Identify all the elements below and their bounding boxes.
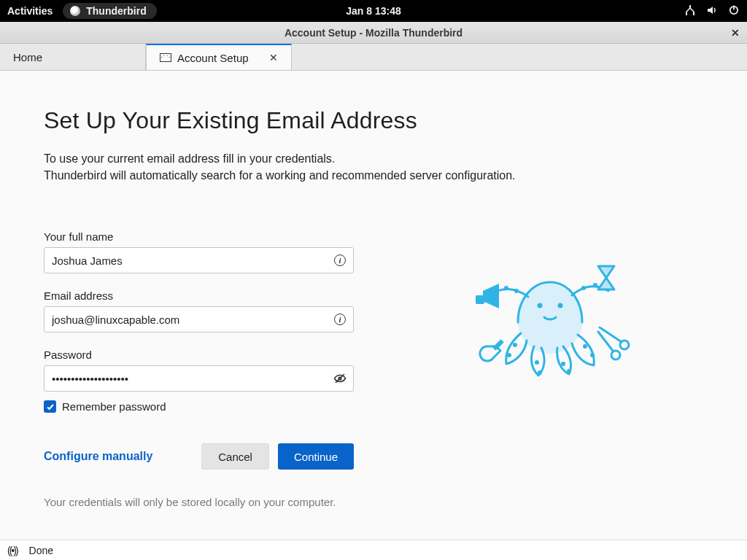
- app-name-label: Thunderbird: [86, 5, 146, 17]
- svg-point-22: [583, 344, 587, 349]
- svg-point-16: [513, 343, 517, 347]
- status-bar: ((•)) Done: [0, 540, 747, 560]
- svg-point-20: [561, 362, 565, 366]
- window-titlebar: Account Setup - Mozilla Thunderbird ✕: [0, 22, 747, 44]
- password-input[interactable]: [44, 365, 354, 392]
- tab-home-label: Home: [13, 51, 42, 63]
- window-title: Account Setup - Mozilla Thunderbird: [285, 27, 462, 39]
- remember-password-checkbox[interactable]: [44, 400, 56, 413]
- tab-home[interactable]: Home: [0, 44, 146, 70]
- svg-point-17: [507, 353, 511, 357]
- mail-icon: [160, 53, 171, 62]
- svg-point-9: [558, 303, 563, 308]
- svg-point-21: [567, 369, 571, 373]
- window-close-button[interactable]: ✕: [731, 27, 740, 39]
- privacy-footnote: Your credentials will only be stored loc…: [44, 496, 354, 508]
- svg-rect-4: [733, 5, 735, 9]
- clock[interactable]: Jan 8 13:48: [346, 5, 401, 17]
- sync-icon: ((•)): [7, 545, 18, 556]
- activities-button[interactable]: Activities: [7, 5, 53, 17]
- octopus-illustration: .o1{fill:#d9f0fb;} .o2{fill:none;stroke:…: [470, 253, 638, 384]
- svg-point-23: [590, 353, 595, 357]
- eye-hide-icon[interactable]: [333, 372, 347, 385]
- page-subtitle: To use your current email address fill i…: [44, 150, 703, 184]
- svg-rect-1: [686, 12, 687, 15]
- svg-point-12: [611, 351, 620, 359]
- svg-point-26: [581, 286, 586, 290]
- page-title: Set Up Your Existing Email Address: [44, 107, 703, 134]
- info-icon[interactable]: i: [333, 313, 347, 326]
- continue-button[interactable]: Continue: [278, 443, 354, 470]
- tab-account-setup[interactable]: Account Setup ✕: [146, 44, 292, 70]
- credentials-form: Your full name i Email address i Passwor…: [44, 230, 354, 508]
- subtitle-line1: To use your current email address fill i…: [44, 150, 703, 167]
- tab-setup-label: Account Setup: [177, 52, 249, 64]
- svg-point-25: [504, 286, 508, 290]
- cancel-button[interactable]: Cancel: [201, 443, 269, 470]
- status-text: Done: [29, 545, 53, 556]
- account-setup-pane: Set Up Your Existing Email Address To us…: [0, 71, 747, 540]
- fullname-label: Your full name: [44, 230, 354, 243]
- email-input[interactable]: [44, 306, 354, 332]
- svg-point-19: [538, 370, 542, 375]
- svg-rect-2: [693, 12, 694, 15]
- fullname-input[interactable]: [44, 247, 354, 273]
- svg-point-27: [593, 283, 597, 287]
- subtitle-line2: Thunderbird will automatically search fo…: [44, 167, 703, 184]
- info-icon[interactable]: i: [333, 254, 347, 267]
- password-label: Password: [44, 349, 354, 361]
- remember-password-label: Remember password: [62, 400, 166, 413]
- power-icon[interactable]: [728, 4, 740, 18]
- email-label: Email address: [44, 289, 354, 302]
- svg-point-24: [514, 289, 519, 293]
- volume-icon[interactable]: [706, 4, 718, 18]
- svg-line-15: [600, 327, 622, 342]
- svg-point-18: [535, 360, 539, 365]
- configure-manually-link[interactable]: Configure manually: [44, 450, 152, 463]
- thunderbird-icon: [70, 6, 80, 16]
- app-menu-button[interactable]: Thunderbird: [63, 3, 156, 19]
- svg-rect-10: [476, 295, 484, 304]
- tab-strip: Home Account Setup ✕: [0, 44, 747, 71]
- svg-point-8: [538, 303, 543, 308]
- network-icon[interactable]: [684, 4, 696, 18]
- tab-close-button[interactable]: ✕: [269, 52, 278, 63]
- gnome-topbar: Activities Thunderbird Jan 8 13:48: [0, 0, 747, 22]
